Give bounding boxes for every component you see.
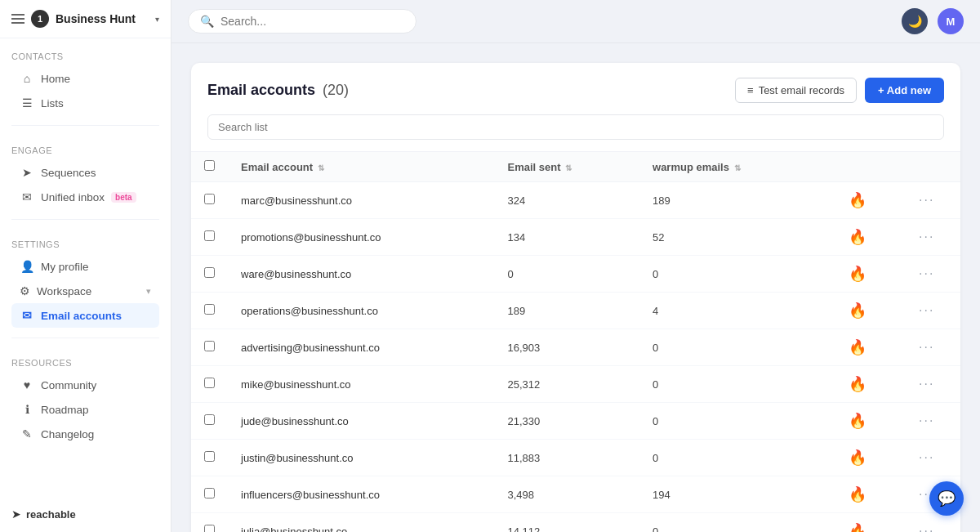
- sort-email-icon: ⇅: [318, 163, 324, 172]
- more-cell: ···: [893, 366, 960, 403]
- row-checkbox[interactable]: [204, 341, 215, 351]
- more-options-button[interactable]: ···: [919, 303, 934, 317]
- more-options-button[interactable]: ···: [919, 266, 934, 280]
- topbar: 🔍 🌙 M: [172, 0, 980, 43]
- email-accounts-card: Email accounts (20) ≡ Test email records…: [191, 63, 960, 532]
- row-checkbox-cell: [191, 366, 228, 403]
- email-cell: marc@businesshunt.co: [228, 182, 494, 219]
- flame-cell: 🔥: [822, 256, 893, 293]
- email-cell: julia@businesshunt.co: [228, 513, 494, 533]
- resources-section: Resources ♥ Community ℹ Roadmap ✎ Change…: [0, 345, 171, 449]
- brand-chevron-icon[interactable]: ▾: [155, 15, 159, 24]
- warmup-cell: 189: [639, 182, 822, 219]
- sidebar-item-unified-inbox[interactable]: ✉ Unified inbox beta: [11, 185, 159, 209]
- more-options-button[interactable]: ···: [919, 414, 934, 427]
- row-checkbox[interactable]: [204, 525, 215, 532]
- changelog-icon: ✎: [20, 427, 34, 440]
- search-bar[interactable]: 🔍: [188, 9, 416, 34]
- flame-icon: 🔥: [849, 192, 866, 208]
- row-checkbox-cell: [191, 403, 228, 440]
- row-checkbox-cell: [191, 256, 228, 293]
- table-row: julia@businesshunt.co 14,112 0 🔥 ···: [191, 513, 960, 533]
- moon-icon: 🌙: [908, 15, 922, 28]
- warmup-cell: 0: [639, 440, 822, 476]
- sidebar-header: 1 Business Hunt ▾: [0, 0, 171, 38]
- row-checkbox[interactable]: [204, 267, 215, 278]
- row-checkbox-cell: [191, 219, 228, 256]
- more-options-button[interactable]: ···: [919, 450, 934, 464]
- filter-icon: ≡: [747, 84, 754, 96]
- row-checkbox[interactable]: [204, 451, 215, 462]
- sidebar-item-lists[interactable]: ☰ Lists: [11, 91, 159, 115]
- table-row: ware@businesshunt.co 0 0 🔥 ···: [191, 256, 960, 293]
- warmup-cell: 0: [639, 403, 822, 440]
- reachable-label: reachable: [26, 508, 76, 521]
- avatar[interactable]: M: [938, 8, 964, 34]
- more-cell: ···: [893, 256, 960, 293]
- sidebar-item-email-accounts[interactable]: ✉ Email accounts: [11, 303, 159, 328]
- col-email-sent[interactable]: Email sent ⇅: [494, 152, 639, 182]
- row-checkbox[interactable]: [204, 414, 215, 425]
- sidebar-item-roadmap[interactable]: ℹ Roadmap: [11, 397, 159, 422]
- workspace-chevron-icon: ▾: [146, 286, 151, 297]
- email-cell: advertising@businesshunt.co: [228, 329, 494, 366]
- settings-section-label: Settings: [11, 239, 159, 249]
- row-checkbox[interactable]: [204, 230, 215, 241]
- add-new-button[interactable]: + Add new: [865, 78, 944, 103]
- test-email-records-button[interactable]: ≡ Test email records: [735, 78, 857, 103]
- beta-badge: beta: [111, 192, 136, 203]
- search-list-input[interactable]: [207, 114, 944, 140]
- more-cell: ···: [893, 513, 960, 533]
- more-options-button[interactable]: ···: [919, 193, 934, 207]
- sidebar-item-changelog[interactable]: ✎ Changelog: [11, 422, 159, 446]
- search-input[interactable]: [220, 15, 404, 28]
- row-checkbox[interactable]: [204, 378, 215, 388]
- workspace-icon: ⚙: [20, 284, 30, 297]
- col-email-account[interactable]: Email account ⇅: [228, 152, 494, 182]
- inbox-icon: ✉: [20, 190, 34, 203]
- more-cell: ···: [893, 219, 960, 256]
- menu-icon[interactable]: [11, 14, 24, 24]
- row-checkbox-cell: [191, 440, 228, 476]
- col-warmup-emails[interactable]: warmup emails ⇅: [639, 152, 822, 182]
- flame-cell: 🔥: [822, 219, 893, 256]
- sidebar-item-home[interactable]: ⌂ Home: [11, 66, 159, 91]
- flame-cell: 🔥: [822, 403, 893, 440]
- row-checkbox-cell: [191, 513, 228, 533]
- chat-button[interactable]: 💬: [929, 481, 964, 516]
- flame-icon: 🔥: [849, 413, 866, 429]
- sort-warmup-icon: ⇅: [734, 163, 741, 172]
- table-row: jude@businesshunt.co 21,330 0 🔥 ···: [191, 403, 960, 440]
- more-options-button[interactable]: ···: [919, 377, 934, 391]
- flame-icon: 🔥: [849, 523, 866, 532]
- table-row: promotions@businesshunt.co 134 52 🔥 ···: [191, 219, 960, 256]
- row-checkbox[interactable]: [204, 488, 215, 498]
- warmup-cell: 4: [639, 293, 822, 329]
- more-options-button[interactable]: ···: [919, 230, 934, 244]
- flame-cell: 🔥: [822, 476, 893, 513]
- contacts-section: Contacts ⌂ Home ☰ Lists: [0, 38, 171, 118]
- row-checkbox[interactable]: [204, 304, 215, 315]
- sent-cell: 16,903: [494, 329, 639, 366]
- table-row: justin@businesshunt.co 11,883 0 🔥 ···: [191, 440, 960, 476]
- sidebar-item-sequences[interactable]: ➤ Sequences: [11, 160, 159, 185]
- sidebar: 1 Business Hunt ▾ Contacts ⌂ Home ☰ List…: [0, 0, 172, 532]
- select-all-checkbox[interactable]: [204, 160, 215, 171]
- divider-2: [11, 219, 159, 220]
- table-row: advertising@businesshunt.co 16,903 0 🔥 ·…: [191, 329, 960, 366]
- more-options-button[interactable]: ···: [919, 340, 934, 354]
- reachable-icon: ➤: [11, 507, 21, 521]
- theme-toggle-button[interactable]: 🌙: [902, 8, 928, 34]
- flame-icon: 🔥: [849, 376, 866, 392]
- sidebar-item-workspace[interactable]: ⚙ Workspace ▾: [11, 279, 159, 303]
- row-checkbox-cell: [191, 329, 228, 366]
- sidebar-item-community[interactable]: ♥ Community: [11, 373, 159, 397]
- table-row: influencers@businesshunt.co 3,498 194 🔥 …: [191, 476, 960, 513]
- flame-cell: 🔥: [822, 293, 893, 329]
- more-options-button[interactable]: ···: [919, 524, 934, 532]
- row-checkbox[interactable]: [204, 194, 215, 204]
- sidebar-item-my-profile[interactable]: 👤 My profile: [11, 254, 159, 279]
- sort-sent-icon: ⇅: [565, 163, 572, 172]
- flame-cell: 🔥: [822, 329, 893, 366]
- table-row: mike@businesshunt.co 25,312 0 🔥 ···: [191, 366, 960, 403]
